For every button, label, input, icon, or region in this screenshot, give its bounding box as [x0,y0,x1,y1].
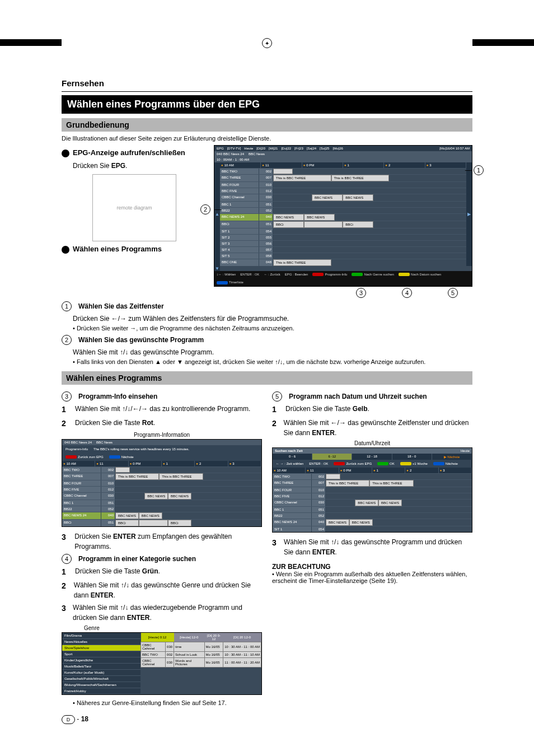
callout-2-line: 2 — [200,204,221,214]
step-marker-4: 4 [62,554,72,564]
rc-s1: Drücken Sie die Taste Gelb. [285,404,369,416]
bullet-1: EPG-Anzeige aufrufen/schließen [73,148,185,157]
genre-screen: Film/DramaNews/AktuellesShow/SpielshowSp… [62,632,262,695]
du-label: Datum/Uhrzeit [272,440,472,446]
callout-5: 5 [448,288,458,298]
genre-label: Genre [84,625,262,631]
step1-l1: Drücken Sie ←/→ zum Wählen des Zeitfenst… [73,314,472,324]
b1-text: Drücken Sie EPG. [73,162,127,170]
page-number: 18 [81,715,88,723]
step-marker-3: 3 [62,391,72,402]
pi-label: Programm-Information [62,432,262,438]
note-head: ZUR BEACHTUNG [272,563,472,571]
rc-s3: Wählen Sie mit ↑/↓ das gewünschte Progra… [284,537,472,557]
lc-s2: Drücken Sie die Taste Rot. [75,418,155,430]
lc-s1: Wählen Sie mit ↑/↓/←/→ das zu kontrollie… [75,404,250,416]
step-marker-2: 2 [62,335,72,345]
step1-head: Wählen Sie das Zeitfenster [78,301,164,311]
page-lang-mark: D [62,715,75,724]
genre-note: • Näheres zur Genre-Einstellung finden S… [73,699,262,706]
num-1: 1 [62,404,71,416]
epg-main-screen: EPG[DTV-TV]Heute[Di]20[Mi]21[Do]22[Fr]23… [214,145,472,287]
remote-diagram: remote diagram [92,174,176,241]
lc-s4-2: Wählen Sie mit ↑/↓ das gewünschte Genre … [74,580,262,600]
callout-1-line: — 1 [465,165,486,175]
callout-3: 3 [356,288,366,298]
step-marker-1: 1 [62,301,72,311]
step2-l2: • Falls links von den Diensten ▲ oder ▼ … [73,357,472,367]
subheader-2: Wählen eines Programms [62,371,472,385]
lc-s4-1: Drücken Sie die Taste Grün. [75,566,160,578]
note-text: • Wenn Sie ein Programm außerhalb des ak… [272,571,472,584]
callout-4: 4 [402,288,412,298]
date-screen: Suchen nach ZeitHeute0 - 66 -1212 - 1818… [272,447,472,533]
h4: Programm in einer Kategorie suchen [78,554,196,564]
section-label: Fernsehen [62,78,472,88]
rc-s2: Wählen Sie mit ←/→ das gewünschte Zeitfe… [284,418,472,438]
lc-s4-3: Wählen Sie mit ↑/↓ das wiederzugebende P… [73,603,262,623]
bullet-2: Wählen eines Programms [73,245,162,253]
crop-mark-icon: ✦ [262,38,272,48]
step-marker-5: 5 [272,391,282,402]
subheader-1: Grundbedienung [62,118,472,132]
step1-l2: • Drücken Sie weiter →, um die Programme… [73,324,472,333]
lc-s3: Drücken Sie ENTER zum Empfangen des gewä… [74,531,262,552]
bullet-icon [62,150,69,157]
num-2: 2 [62,418,71,430]
prog-info-screen: 040 BBC News 24BBC NewsProgramm-InfoThe … [62,439,262,527]
step2-head: Wählen Sie das gewünschte Programm [78,335,204,345]
page-title: Wählen eines Programms über den EPG [62,95,472,114]
h5: Programm nach Datum und Uhrzeit suchen [289,391,427,402]
intro-text: Die Illustrationen auf dieser Seite zeig… [62,135,472,142]
step2-l1: Wählen Sie mit ↑/↓ das gewünschte Progra… [73,347,472,357]
bullet-icon [62,246,69,254]
h3: Programm-Info einsehen [78,391,157,402]
num-3: 3 [62,531,70,552]
